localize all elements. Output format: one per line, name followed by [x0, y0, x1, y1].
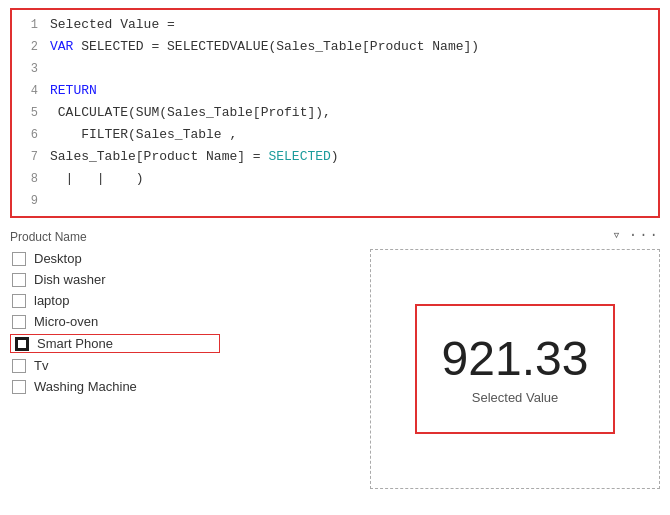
line-num: 4 — [20, 80, 38, 102]
list-item[interactable]: laptop — [10, 292, 220, 309]
product-slicer: Product Name Desktop Dish washer laptop … — [10, 226, 220, 515]
line-num: 9 — [20, 190, 38, 212]
item-label: Smart Phone — [37, 336, 113, 351]
line-num: 5 — [20, 102, 38, 124]
code-line-2: 2 VAR SELECTED = SELECTEDVALUE(Sales_Tab… — [20, 36, 650, 58]
checkbox-dishwasher[interactable] — [12, 273, 26, 287]
code-text — [50, 190, 58, 212]
item-label: laptop — [34, 293, 69, 308]
checkbox-smartphone[interactable] — [15, 337, 29, 351]
line-num: 2 — [20, 36, 38, 58]
bottom-panel: Product Name Desktop Dish washer laptop … — [10, 226, 660, 515]
selected-value-card: 921.33 Selected Value — [415, 304, 615, 434]
filter-icon[interactable]: ▿ — [612, 226, 620, 243]
code-text: RETURN — [50, 80, 97, 102]
code-text: Sales_Table[Product Name] = SELECTED) — [50, 146, 339, 168]
code-line-8: 8 | | ) — [20, 168, 650, 190]
list-item[interactable]: Tv — [10, 357, 220, 374]
line-num: 7 — [20, 146, 38, 168]
item-label: Tv — [34, 358, 48, 373]
code-line-7: 7 Sales_Table[Product Name] = SELECTED) — [20, 146, 650, 168]
list-item[interactable]: Washing Machine — [10, 378, 220, 395]
code-line-4: 4 RETURN — [20, 80, 650, 102]
list-item[interactable]: Desktop — [10, 250, 220, 267]
checkbox-laptop[interactable] — [12, 294, 26, 308]
list-item[interactable]: Micro-oven — [10, 313, 220, 330]
code-line-9: 9 — [20, 190, 650, 212]
checkbox-desktop[interactable] — [12, 252, 26, 266]
line-num: 1 — [20, 14, 38, 36]
code-line-3: 3 — [20, 58, 650, 80]
item-label: Micro-oven — [34, 314, 98, 329]
code-text: VAR SELECTED = SELECTEDVALUE(Sales_Table… — [50, 36, 479, 58]
item-label: Dish washer — [34, 272, 106, 287]
card-toolbar: ▿ ··· — [230, 226, 660, 243]
slicer-label: Product Name — [10, 230, 220, 244]
code-text: | | ) — [50, 168, 144, 190]
list-item[interactable]: Dish washer — [10, 271, 220, 288]
list-item-smartphone[interactable]: Smart Phone — [10, 334, 220, 353]
line-num: 8 — [20, 168, 38, 190]
code-text: Selected Value = — [50, 14, 183, 36]
code-text: CALCULATE(SUM(Sales_Table[Profit]), — [50, 102, 331, 124]
checkbox-washing[interactable] — [12, 380, 26, 394]
code-editor: 1 Selected Value = 2 VAR SELECTED = SELE… — [10, 8, 660, 218]
checkbox-tv[interactable] — [12, 359, 26, 373]
card-label: Selected Value — [472, 390, 559, 405]
line-num: 3 — [20, 58, 38, 80]
item-label: Washing Machine — [34, 379, 137, 394]
code-text: FILTER(Sales_Table , — [50, 124, 237, 146]
checkbox-microoven[interactable] — [12, 315, 26, 329]
code-line-6: 6 FILTER(Sales_Table , — [20, 124, 650, 146]
item-label: Desktop — [34, 251, 82, 266]
code-text — [50, 58, 58, 80]
code-line-1: 1 Selected Value = — [20, 14, 650, 36]
code-line-5: 5 CALCULATE(SUM(Sales_Table[Profit]), — [20, 102, 650, 124]
card-value: 921.33 — [442, 333, 589, 386]
card-container: 921.33 Selected Value — [370, 249, 660, 489]
more-options-icon[interactable]: ··· — [629, 227, 660, 243]
value-panel: ▿ ··· 921.33 Selected Value — [220, 226, 660, 515]
line-num: 6 — [20, 124, 38, 146]
